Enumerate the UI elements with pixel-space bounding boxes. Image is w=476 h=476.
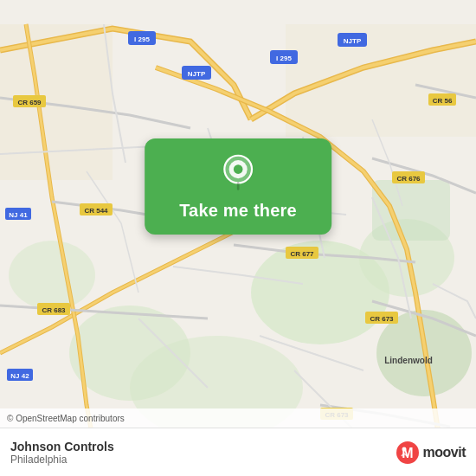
moovit-brand-text: moovit xyxy=(423,445,466,460)
svg-text:NJ 42: NJ 42 xyxy=(10,372,29,380)
location-info: Johnson Controls Philadelphia xyxy=(10,440,114,466)
take-me-there-button[interactable]: Take me there xyxy=(179,201,297,221)
moovit-logo: M moovit xyxy=(396,441,466,465)
location-city: Philadelphia xyxy=(10,453,114,466)
copyright-bar: © OpenStreetMap contributors xyxy=(0,408,476,428)
svg-text:CR 683: CR 683 xyxy=(42,306,66,314)
svg-text:CR 673: CR 673 xyxy=(370,315,394,323)
copyright-text: © OpenStreetMap contributors xyxy=(7,414,125,423)
svg-rect-4 xyxy=(372,180,450,241)
svg-text:NJ 41: NJ 41 xyxy=(9,211,28,219)
svg-rect-9 xyxy=(286,24,476,137)
svg-text:Lindenwold: Lindenwold xyxy=(384,356,433,365)
map-svg: I 295 I 295 NJTP NJTP CR 659 CR 56 CR 54… xyxy=(0,0,476,476)
svg-text:NJTP: NJTP xyxy=(344,37,362,45)
svg-text:I 295: I 295 xyxy=(276,55,292,62)
svg-text:CR 56: CR 56 xyxy=(433,97,453,105)
svg-text:CR 544: CR 544 xyxy=(84,207,108,215)
green-card: Take me there xyxy=(145,138,331,235)
svg-text:CR 677: CR 677 xyxy=(290,250,314,258)
svg-point-5 xyxy=(9,241,95,310)
take-me-there-container: Take me there xyxy=(145,138,331,235)
map-container: I 295 I 295 NJTP NJTP CR 659 CR 56 CR 54… xyxy=(0,0,476,476)
location-pin-icon xyxy=(219,154,257,192)
moovit-icon: M xyxy=(396,441,420,465)
location-name: Johnson Controls xyxy=(10,440,114,453)
svg-text:CR 676: CR 676 xyxy=(396,175,421,183)
svg-point-41 xyxy=(234,164,243,174)
info-bar: Johnson Controls Philadelphia M moovit xyxy=(0,428,476,476)
svg-point-45 xyxy=(402,447,406,451)
svg-text:CR 659: CR 659 xyxy=(17,99,42,106)
svg-text:NJTP: NJTP xyxy=(188,70,206,78)
svg-text:I 295: I 295 xyxy=(134,35,150,43)
